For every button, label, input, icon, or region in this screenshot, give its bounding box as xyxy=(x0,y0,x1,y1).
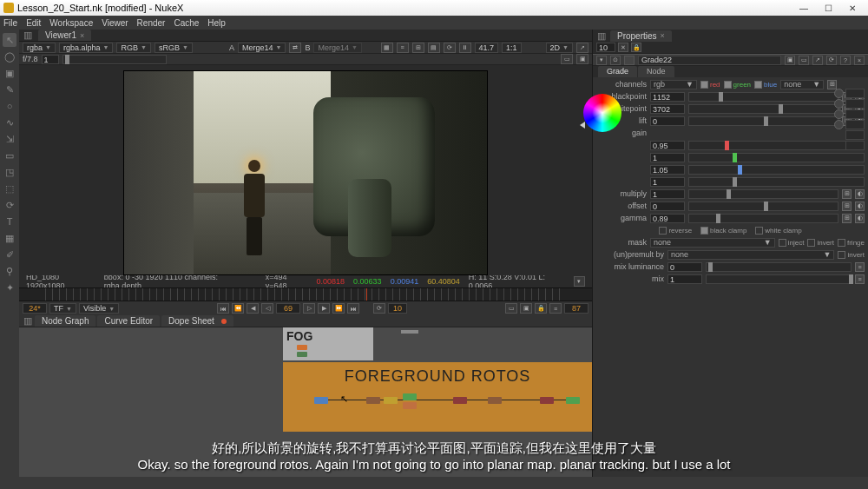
gamma-slider[interactable] xyxy=(688,214,838,223)
goto-start-icon[interactable]: ⏮ xyxy=(217,303,229,314)
tool-link-icon[interactable]: ⚲ xyxy=(3,264,16,278)
subtab-node[interactable]: Node xyxy=(638,66,674,77)
pb-icon-3[interactable]: ≡ xyxy=(549,303,562,314)
gain-g-slider[interactable] xyxy=(688,153,865,162)
hdr-icon-3[interactable]: ↗ xyxy=(812,56,823,65)
offset-input[interactable]: 0 xyxy=(650,202,685,211)
node-small[interactable] xyxy=(401,330,418,334)
visibility-dropdown[interactable]: Visible▼ xyxy=(79,303,119,314)
mixlum-slider[interactable] xyxy=(706,262,852,272)
fstop-slider[interactable] xyxy=(62,55,167,64)
roi-icon[interactable]: ▭ xyxy=(561,54,573,64)
picker-icon[interactable]: ◐ xyxy=(855,189,865,199)
panel-lock-icon[interactable]: ▥ xyxy=(23,30,33,40)
green-checkbox[interactable] xyxy=(724,81,732,89)
lift-slider[interactable] xyxy=(688,116,838,126)
wp-slider[interactable] xyxy=(688,104,838,114)
lock-icon[interactable]: 🔒 xyxy=(535,303,547,314)
gain-b-input[interactable]: 1.05 xyxy=(650,165,685,175)
node[interactable] xyxy=(453,397,467,404)
play-fwd-icon[interactable]: ▶ xyxy=(318,303,330,314)
tool-marker-icon[interactable]: ▣ xyxy=(3,66,16,80)
viewer-canvas[interactable]: HD_1080 1920,1080 xyxy=(19,65,592,275)
view-mode-dropdown[interactable]: 2D▼ xyxy=(546,43,573,53)
hdr-icon-4[interactable]: ⟳ xyxy=(826,56,837,65)
v-slider[interactable] xyxy=(845,120,865,129)
v-slider[interactable] xyxy=(845,99,865,109)
vb-icon-4[interactable]: ▤ xyxy=(428,43,440,53)
vb-icon-6[interactable]: ↗ xyxy=(576,43,589,53)
minimize-button[interactable]: — xyxy=(792,1,816,15)
close-tab-icon[interactable]: × xyxy=(661,31,665,40)
tool-paint-icon[interactable]: ✐ xyxy=(3,248,16,261)
node[interactable] xyxy=(314,397,328,404)
playhead[interactable] xyxy=(366,288,367,301)
tool-grid-icon[interactable]: ▦ xyxy=(3,231,16,245)
menu-help[interactable]: Help xyxy=(207,18,226,28)
node[interactable] xyxy=(366,397,380,404)
panel-lock2-icon[interactable]: ▥ xyxy=(23,316,33,326)
anim-icon[interactable]: ≡ xyxy=(855,274,865,284)
crop-icon[interactable]: ▣ xyxy=(576,54,589,64)
tool-text-icon[interactable]: T xyxy=(3,215,16,228)
pause-icon[interactable]: ⏸ xyxy=(459,43,471,53)
tool-wrench-icon[interactable]: ✦ xyxy=(3,281,16,294)
inject-checkbox[interactable] xyxy=(779,239,786,247)
offset-slider[interactable] xyxy=(688,202,838,211)
step-back-icon[interactable]: ◁ xyxy=(261,303,273,314)
anim-icon[interactable]: ≡ xyxy=(855,262,865,272)
channel-dropdown-2[interactable]: rgba.alpha▼ xyxy=(59,43,113,53)
v-slider[interactable] xyxy=(845,141,865,150)
panel-lock3-icon[interactable]: ▥ xyxy=(596,31,607,41)
node[interactable] xyxy=(488,397,502,404)
menu-cache[interactable]: Cache xyxy=(174,18,199,28)
gain-r-slider[interactable] xyxy=(688,141,852,150)
zoom-field[interactable]: 41.7 xyxy=(475,43,499,53)
channels-dropdown[interactable]: rgb▼ xyxy=(650,80,697,89)
node-tiny[interactable] xyxy=(297,345,307,350)
center-icon[interactable]: ⊙ xyxy=(610,56,621,65)
vb-icon-3[interactable]: ⊞ xyxy=(412,43,424,53)
prev-key-icon[interactable]: ⏪ xyxy=(232,303,244,314)
v-slider[interactable] xyxy=(845,89,865,98)
fringe-checkbox[interactable] xyxy=(838,239,845,247)
proxy-field[interactable]: 1:1 xyxy=(502,43,522,53)
props-count[interactable]: 10 xyxy=(596,43,615,52)
play-rev-icon[interactable]: ◀ xyxy=(247,303,259,314)
node[interactable] xyxy=(384,397,398,404)
tab-dopesheet[interactable]: Dope Sheet xyxy=(161,315,233,327)
pb-icon-1[interactable]: ▭ xyxy=(505,303,517,314)
next-key-icon[interactable]: ⏩ xyxy=(332,303,345,314)
gain-a-slider[interactable] xyxy=(688,177,865,187)
hdr-close-icon[interactable]: × xyxy=(854,56,865,65)
node-tiny[interactable] xyxy=(297,352,307,357)
menu-workspace[interactable]: Workspace xyxy=(49,18,93,28)
gain-a-input[interactable]: 1 xyxy=(650,177,685,187)
node[interactable] xyxy=(540,397,554,404)
tool-circle-icon[interactable]: ○ xyxy=(3,99,16,113)
anim-icon[interactable]: ⊞ xyxy=(842,202,852,211)
range-end[interactable]: 87 xyxy=(564,303,589,314)
timeline[interactable] xyxy=(19,287,592,301)
picker-icon[interactable]: ◐ xyxy=(855,214,865,223)
link-icon[interactable] xyxy=(834,89,844,98)
v-slider[interactable] xyxy=(845,109,865,119)
close-tab-icon[interactable]: × xyxy=(80,31,84,40)
range-start[interactable]: 24* xyxy=(23,303,47,314)
menu-viewer[interactable]: Viewer xyxy=(102,18,128,28)
props-lock-icon[interactable]: 🔒 xyxy=(631,43,641,52)
node[interactable] xyxy=(403,402,417,409)
b-node-dropdown[interactable]: Merge14▼ xyxy=(313,43,361,53)
picker-icon[interactable]: ◐ xyxy=(855,202,865,211)
multiply-input[interactable]: 1 xyxy=(650,189,685,199)
node[interactable] xyxy=(566,397,580,404)
vb-icon-2[interactable]: ≡ xyxy=(397,43,409,53)
hdr-icon-5[interactable]: ? xyxy=(840,56,851,65)
viewer-tab[interactable]: Viewer1 × xyxy=(38,30,91,41)
anim-icon[interactable]: ⊞ xyxy=(842,214,852,223)
color-wheel[interactable] xyxy=(583,94,621,132)
invert-checkbox[interactable] xyxy=(807,239,815,247)
tool-curve-icon[interactable]: ∿ xyxy=(3,116,16,129)
channel-dropdown-3[interactable]: RGB▼ xyxy=(116,43,150,53)
mix-slider[interactable] xyxy=(706,274,852,284)
